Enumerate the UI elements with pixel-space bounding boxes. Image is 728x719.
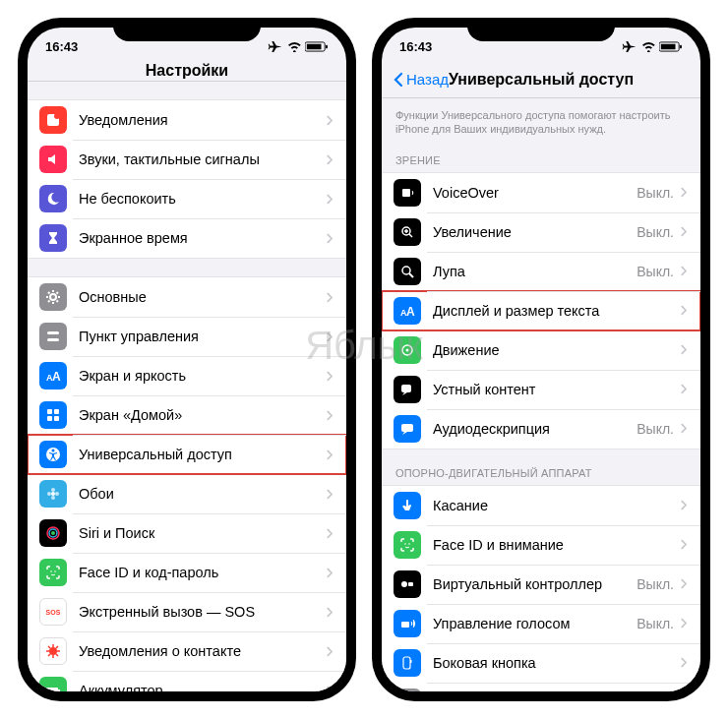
settings-row-battery[interactable]: Аккумулятор (28, 671, 346, 691)
page-title: Настройки (146, 62, 228, 80)
chevron-left-icon (394, 72, 403, 88)
section-header: ОПОРНО-ДВИГАТЕЛЬНЫЙ АППАРАТ (382, 467, 700, 485)
settings-row-flower[interactable]: Обои (28, 474, 346, 513)
row-label: Face ID и код-пароль (79, 565, 326, 580)
section-header: ЗРЕНИЕ (382, 154, 700, 172)
row-label: Обои (79, 486, 326, 502)
row-label: Виртуальный контроллер (433, 576, 637, 592)
svg-rect-48 (410, 660, 412, 663)
svg-rect-33 (402, 189, 410, 197)
voice-control-icon (394, 610, 421, 637)
settings-row-siri[interactable]: Siri и Поиск (28, 513, 346, 553)
grid-icon (39, 401, 67, 429)
motion-icon (394, 336, 421, 364)
accessibility-icon (39, 441, 67, 468)
battery-icon (659, 41, 683, 52)
touch-icon (394, 492, 421, 519)
wifi-icon (287, 41, 302, 52)
notifications-icon (39, 106, 67, 134)
back-button[interactable]: Назад (394, 71, 449, 88)
battery-icon (305, 41, 329, 52)
settings-row-switches[interactable]: Пункт управления (28, 317, 346, 356)
settings-row-magnifier[interactable]: Лупа Выкл. (382, 252, 700, 291)
svg-rect-11 (54, 409, 59, 414)
settings-row-touch[interactable]: Касание (382, 486, 700, 525)
right-navbar: Назад Универсальный доступ (382, 65, 700, 98)
svg-rect-28 (46, 688, 58, 691)
settings-list: Основные Пункт управления AA Экран и ярк… (28, 276, 346, 691)
svg-text:SOS: SOS (46, 609, 61, 616)
settings-row-remote[interactable]: Пульт Apple TV (382, 683, 700, 691)
settings-row-speech[interactable]: Устный контент (382, 370, 700, 409)
right-phone: 16:43 Назад Универсальный доступ Функции… (372, 18, 710, 701)
settings-row-accessibility[interactable]: Универсальный доступ (28, 435, 346, 474)
svg-point-4 (54, 113, 60, 119)
settings-row-grid[interactable]: Экран «Домой» (28, 395, 346, 435)
settings-row-description[interactable]: Аудиодескрипция Выкл. (382, 409, 700, 449)
svg-rect-7 (47, 338, 59, 341)
svg-point-24 (50, 570, 52, 572)
row-label: Не беспокоить (79, 191, 326, 207)
svg-point-43 (408, 543, 410, 545)
flower-icon (39, 480, 67, 508)
svg-point-25 (54, 570, 56, 572)
text-size-icon: AA (394, 297, 421, 325)
svg-point-27 (49, 647, 57, 655)
settings-row-faceid[interactable]: Face ID и внимание (382, 525, 700, 565)
left-screen: 16:43 Настройки Уведомления Звуки, такти… (28, 28, 346, 691)
svg-rect-45 (408, 582, 413, 586)
settings-row-zoom[interactable]: Увеличение Выкл. (382, 212, 700, 252)
row-value: Выкл. (637, 185, 674, 201)
settings-row-virus[interactable]: Уведомления о контакте (28, 631, 346, 671)
settings-row-side-button[interactable]: Боковая кнопка (382, 643, 700, 683)
text-size-icon: AA (39, 362, 67, 389)
svg-rect-29 (58, 689, 60, 691)
settings-row-text-size[interactable]: AA Экран и яркость (28, 356, 346, 395)
speech-icon (394, 376, 421, 403)
settings-row-moon[interactable]: Не беспокоить (28, 179, 346, 218)
row-value: Выкл. (637, 264, 674, 279)
sound-icon (39, 146, 67, 173)
row-label: Siri и Поиск (79, 525, 326, 541)
faceid-icon (394, 531, 421, 559)
row-label: Дисплей и размер текста (433, 303, 680, 319)
settings-group: ЗРЕНИЕ VoiceOver Выкл. Увеличение Выкл. … (382, 154, 700, 449)
settings-row-voiceover[interactable]: VoiceOver Выкл. (382, 173, 700, 212)
settings-row-sos[interactable]: SOS Экстренный вызов — SOS (28, 592, 346, 631)
svg-point-5 (50, 294, 56, 300)
sos-icon: SOS (39, 598, 67, 626)
settings-row-hourglass[interactable]: Экранное время (28, 218, 346, 258)
left-content[interactable]: Уведомления Звуки, тактильные сигналы Не… (28, 82, 346, 691)
settings-row-faceid[interactable]: Face ID и код-пароль (28, 553, 346, 592)
settings-group: ОПОРНО-ДВИГАТЕЛЬНЫЙ АППАРАТ Касание Face… (382, 467, 700, 691)
settings-row-voice-control[interactable]: Управление голосом Выкл. (382, 604, 700, 643)
status-indicators (619, 41, 683, 52)
notch (113, 18, 261, 41)
battery-icon (39, 677, 67, 691)
row-label: Увеличение (433, 224, 637, 240)
switches-icon (39, 323, 67, 350)
row-label: Аудиодескрипция (433, 421, 637, 437)
left-navbar: Настройки (28, 65, 346, 82)
settings-row-sound[interactable]: Звуки, тактильные сигналы (28, 140, 346, 179)
svg-point-19 (47, 492, 51, 496)
svg-point-35 (402, 267, 410, 274)
settings-row-gear[interactable]: Основные (28, 277, 346, 317)
settings-row-notifications[interactable]: Уведомления (28, 100, 346, 140)
moon-icon (39, 185, 67, 212)
settings-row-motion[interactable]: Движение (382, 330, 700, 370)
row-label: Движение (433, 342, 680, 358)
settings-group: Основные Пункт управления AA Экран и ярк… (28, 276, 346, 691)
zoom-icon (394, 218, 421, 246)
svg-rect-10 (47, 409, 52, 414)
settings-row-text-size[interactable]: AA Дисплей и размер текста (382, 291, 700, 330)
settings-row-switch[interactable]: Виртуальный контроллер Выкл. (382, 565, 700, 604)
row-value: Выкл. (637, 616, 674, 631)
row-value: Выкл. (637, 421, 674, 437)
svg-point-15 (52, 449, 55, 452)
svg-rect-6 (47, 331, 59, 334)
row-label: Универсальный доступ (79, 447, 326, 462)
right-screen: 16:43 Назад Универсальный доступ Функции… (382, 28, 700, 691)
right-content[interactable]: Функции Универсального доступа помогают … (382, 98, 700, 691)
svg-text:A: A (52, 370, 61, 384)
